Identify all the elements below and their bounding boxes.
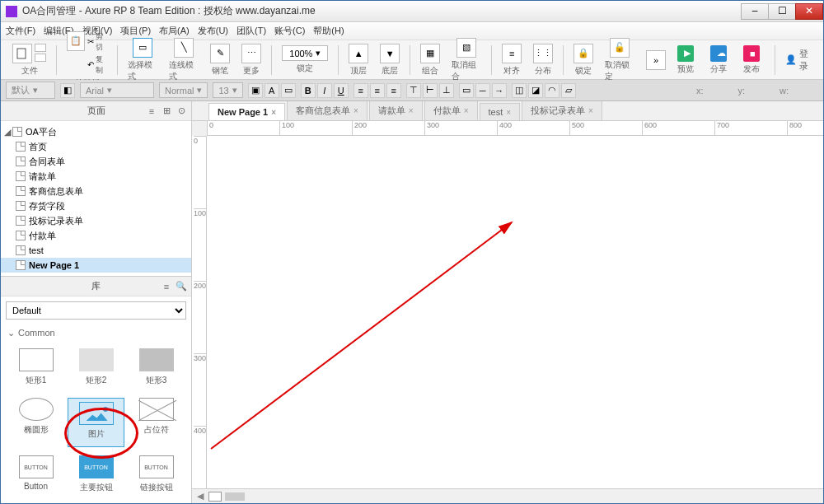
maximize-button[interactable]: ☐: [768, 3, 796, 20]
w-input[interactable]: [794, 86, 818, 96]
close-button[interactable]: ✕: [795, 3, 823, 20]
page-item-1[interactable]: 首页: [1, 139, 191, 154]
cut-icon[interactable]: ✂: [87, 37, 94, 46]
lib-menu-icon[interactable]: ≡: [160, 280, 173, 293]
pen-tool[interactable]: ✎钢笔: [205, 42, 235, 78]
minimize-button[interactable]: –: [741, 3, 769, 20]
font-select[interactable]: Arial▾: [80, 82, 154, 98]
widget-w-image[interactable]: 图片: [68, 398, 124, 447]
border-btn[interactable]: ▭: [459, 83, 474, 98]
bottom-btn[interactable]: ▼底层: [375, 42, 405, 78]
share-btn[interactable]: ☁分享: [705, 44, 732, 77]
preview-btn[interactable]: ▶预览: [672, 44, 699, 77]
lib-category-common[interactable]: Common: [1, 324, 191, 342]
open-icon[interactable]: [35, 44, 46, 52]
valign-bot[interactable]: ⊥: [439, 83, 454, 98]
style-opt[interactable]: ◧: [60, 83, 75, 98]
select-mode[interactable]: ▭选择模式: [123, 36, 162, 84]
widget-w-rect3[interactable]: 矩形3: [128, 348, 185, 390]
undo-icon[interactable]: ↶: [87, 60, 94, 69]
widget-w-rect1[interactable]: 矩形1: [7, 348, 64, 390]
valign-mid[interactable]: ⊢: [423, 83, 438, 98]
expand-btn[interactable]: »: [641, 49, 671, 72]
distribute-btn[interactable]: ⋮⋮分布: [528, 42, 558, 78]
y-label: y:: [737, 86, 745, 96]
style-select[interactable]: 默认▾: [6, 82, 55, 99]
save-icon[interactable]: [35, 54, 46, 62]
menu-item-0[interactable]: 文件(F): [6, 25, 35, 37]
scroll-left-icon[interactable]: ◀: [197, 491, 204, 502]
bold-btn[interactable]: B: [301, 83, 316, 98]
page-item-8[interactable]: test: [1, 243, 191, 258]
lock-btn[interactable]: 🔒锁定: [569, 42, 598, 78]
tab-close-icon[interactable]: ×: [506, 108, 511, 117]
underline-btn[interactable]: U: [334, 83, 349, 98]
page-item-7[interactable]: 付款单: [1, 228, 191, 243]
page-item-0[interactable]: ◢OA平台: [1, 124, 191, 139]
add-folder-icon[interactable]: ⊞: [160, 105, 173, 118]
more-tool[interactable]: ⋯更多: [236, 42, 266, 78]
tab-4[interactable]: test×: [480, 103, 521, 120]
border-color[interactable]: ▭: [281, 83, 296, 98]
search-pages-icon[interactable]: ⊙: [175, 105, 188, 118]
tab-close-icon[interactable]: ×: [353, 106, 358, 115]
page-item-4[interactable]: 客商信息表单: [1, 184, 191, 198]
menu-item-6[interactable]: 团队(T): [236, 25, 266, 37]
widget-w-circle[interactable]: 椭圆形: [7, 398, 64, 447]
tab-3[interactable]: 付款单×: [424, 101, 478, 120]
tab-2[interactable]: 请款单×: [369, 101, 423, 120]
status-scroll[interactable]: [225, 492, 245, 501]
page-item-5[interactable]: 存货字段: [1, 198, 191, 213]
widget-w-place[interactable]: 占位符: [128, 398, 185, 447]
new-file-icon[interactable]: [12, 44, 32, 63]
page-item-3[interactable]: 请款单: [1, 169, 191, 184]
widget-w-btn[interactable]: BUTTONButton: [7, 455, 64, 497]
line-style[interactable]: ─: [475, 83, 490, 98]
align-btn[interactable]: ≡对齐: [497, 42, 527, 78]
tab-close-icon[interactable]: ×: [588, 106, 593, 115]
login-button[interactable]: 👤登录: [785, 48, 808, 72]
tab-0[interactable]: New Page 1×: [208, 103, 285, 120]
widget-w-rect2[interactable]: 矩形2: [68, 348, 124, 390]
menu-item-8[interactable]: 帮助(H): [313, 25, 344, 37]
page-item-6[interactable]: 投标记录表单: [1, 213, 191, 228]
tab-close-icon[interactable]: ×: [271, 108, 276, 117]
group-btn[interactable]: ▦组合: [415, 42, 445, 78]
widget-w-btn[interactable]: BUTTON主要按钮: [68, 455, 124, 497]
font-weight-select[interactable]: Normal▾: [159, 82, 208, 98]
tab-close-icon[interactable]: ×: [464, 106, 469, 115]
shadow-inner[interactable]: ◪: [528, 83, 543, 98]
align-center[interactable]: ≡: [370, 83, 385, 98]
zoom-control[interactable]: 100%▾ 锁定: [277, 44, 333, 76]
page-item-9[interactable]: New Page 1: [1, 258, 191, 273]
widget-w-btn[interactable]: BUTTON链接按钮: [128, 455, 185, 497]
arrow-style[interactable]: →: [492, 83, 507, 98]
padding[interactable]: ▱: [561, 83, 576, 98]
align-right[interactable]: ≡: [386, 83, 401, 98]
add-page-icon[interactable]: ≡: [145, 105, 158, 118]
shadow-outer[interactable]: ◫: [512, 83, 527, 98]
connect-mode[interactable]: ╲连线模式: [164, 36, 204, 84]
fontsize-select[interactable]: 13▾: [213, 82, 242, 98]
valign-top[interactable]: ⊤: [406, 83, 421, 98]
text-color[interactable]: A: [265, 83, 279, 98]
fill-color[interactable]: ▣: [248, 83, 263, 98]
menu-item-7[interactable]: 账号(C): [274, 25, 305, 37]
tab-5[interactable]: 投标记录表单×: [522, 101, 602, 120]
lib-search-icon[interactable]: 🔍: [175, 280, 188, 293]
ungroup-btn[interactable]: ▧取消组合: [447, 36, 486, 84]
corner-radius[interactable]: ◠: [545, 83, 559, 98]
canvas[interactable]: [207, 136, 823, 488]
publish-btn[interactable]: ■发布: [738, 44, 765, 77]
tab-close-icon[interactable]: ×: [409, 106, 414, 115]
y-input[interactable]: [750, 86, 775, 96]
tab-1[interactable]: 客商信息表单×: [287, 101, 368, 120]
page-item-2[interactable]: 合同表单: [1, 154, 191, 169]
library-select[interactable]: Default: [6, 301, 186, 320]
unlock-btn[interactable]: 🔓取消锁定: [600, 36, 639, 84]
align-left[interactable]: ≡: [353, 83, 368, 98]
top-btn[interactable]: ▲顶层: [344, 42, 373, 78]
italic-btn[interactable]: I: [317, 83, 332, 98]
x-input[interactable]: [708, 86, 733, 96]
paste-icon[interactable]: 📋: [67, 31, 85, 51]
